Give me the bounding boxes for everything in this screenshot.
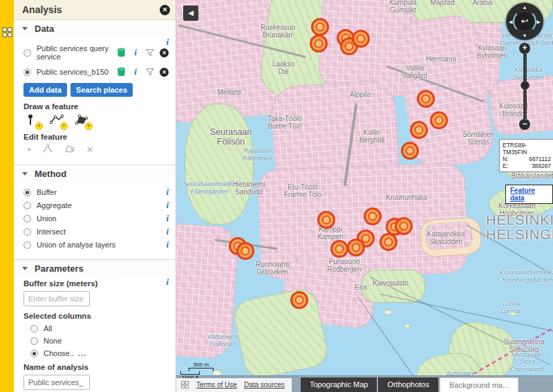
pan-left-icon[interactable]: ◀ [509, 19, 512, 24]
yellow-tool-stripe [0, 0, 14, 392]
analysis-buffer-marker[interactable] [310, 35, 328, 53]
columns-radio[interactable] [30, 350, 38, 357]
analysis-buffer-marker[interactable] [352, 30, 370, 48]
add-badge-icon: + [60, 122, 68, 130]
basemap-tab[interactable]: Orthophotos [378, 377, 438, 392]
columns-option-all: All [30, 324, 169, 333]
filter-icon[interactable] [145, 67, 155, 77]
map-viewport[interactable]: Ruskeasuo BrunakärrKumpula GumtäktMajsta… [176, 0, 553, 392]
layer-info-icon[interactable]: i [131, 48, 140, 57]
layer-row-query-service: Public services query service i ✕ [24, 44, 169, 61]
draw-line-icon[interactable]: + [50, 113, 66, 129]
method-info-icon[interactable]: i [166, 201, 169, 209]
pan-control[interactable]: ▲ ▼ ◀ ▶ ↩ [506, 3, 543, 40]
analysis-buffer-marker[interactable] [401, 142, 419, 160]
analysis-panel: Analysis ✕ Data i Public services query … [14, 0, 176, 392]
method-info-icon[interactable]: i [166, 188, 169, 196]
method-info-icon[interactable]: i [166, 214, 169, 223]
zoom-handle[interactable] [521, 81, 529, 90]
basemap-tab[interactable]: Topographic Map [301, 377, 377, 392]
data-sources-link[interactable]: Data sources [244, 381, 285, 389]
columns-radio[interactable] [30, 337, 38, 345]
park-area [362, 270, 425, 303]
analysis-buffer-marker[interactable] [317, 211, 335, 229]
analysis-buffer-marker[interactable] [236, 242, 254, 260]
selected-columns-label: Selected columns [24, 312, 169, 320]
layer-radio[interactable] [24, 68, 31, 76]
method-radio[interactable] [24, 228, 31, 236]
close-icon[interactable]: ✕ [160, 5, 170, 15]
section-parameters-header[interactable]: Parameters [14, 260, 176, 277]
draw-area-icon[interactable]: + [75, 113, 91, 129]
search-places-button[interactable]: Search places [71, 83, 133, 97]
seurasaari-island [185, 104, 254, 225]
analysis-buffer-marker[interactable] [395, 217, 413, 235]
method-radio[interactable] [24, 202, 31, 209]
layer-radio[interactable] [24, 49, 31, 57]
remove-layer-icon[interactable]: ✕ [160, 48, 169, 57]
panel-header: Analysis ✕ [14, 0, 176, 19]
layer-info-icon[interactable]: i [131, 67, 140, 77]
zoom-in-button[interactable]: + [519, 43, 530, 54]
choose-columns-link[interactable]: ... [78, 349, 86, 357]
add-badge-icon: + [35, 122, 43, 130]
columns-radio[interactable] [30, 325, 38, 333]
method-info-icon[interactable]: i [166, 241, 169, 249]
analysis-buffer-marker[interactable] [379, 233, 397, 251]
analysis-name-input[interactable] [24, 375, 90, 390]
database-icon[interactable] [116, 48, 126, 57]
delete-feature-icon[interactable]: ✕ [86, 144, 94, 155]
layer-row-b150: Public services_b150 i ✕ [24, 67, 169, 77]
reset-view-icon[interactable]: ↩ [516, 12, 534, 30]
islet [404, 324, 411, 328]
buffer-size-input[interactable] [24, 291, 90, 306]
tiles-icon[interactable] [1, 26, 13, 38]
method-option-aggregate: Aggregate i [24, 201, 169, 209]
section-method-header[interactable]: Method [14, 165, 176, 182]
zoom-out-button[interactable]: − [519, 119, 530, 130]
edit-point-icon[interactable]: • [28, 144, 31, 155]
basemap-selector: Topographic MapOrthophotosBackground ma.… [301, 377, 518, 392]
section-parameters: Parameters i Buffer size (meters) Select… [14, 259, 176, 392]
name-of-analysis-label: Name of analysis [24, 363, 169, 371]
remove-layer-icon[interactable]: ✕ [160, 68, 169, 77]
section-data-header[interactable]: Data [14, 20, 176, 37]
parameters-info-icon[interactable]: i [166, 278, 169, 286]
analysis-buffer-marker[interactable] [330, 240, 348, 258]
edit-area-icon[interactable] [64, 144, 75, 155]
edit-line-icon[interactable] [42, 144, 53, 155]
pan-right-icon[interactable]: ▶ [537, 19, 541, 24]
chevron-down-icon [22, 172, 28, 176]
katajanokka-core [424, 221, 473, 251]
analysis-buffer-marker[interactable] [417, 90, 435, 108]
method-info-icon[interactable]: i [166, 227, 169, 236]
analysis-buffer-marker[interactable] [364, 207, 382, 225]
section-method-title: Method [35, 169, 66, 179]
analysis-buffer-marker[interactable] [410, 121, 428, 139]
analysis-buffer-marker[interactable] [347, 239, 365, 256]
data-info-icon[interactable]: i [166, 38, 169, 46]
analysis-buffer-marker[interactable] [430, 111, 448, 129]
section-data: Data i Public services query service i [14, 19, 176, 165]
filter-icon[interactable] [145, 48, 155, 57]
basemap-tab[interactable]: Background ma... [440, 377, 518, 392]
analysis-buffer-marker[interactable] [311, 18, 329, 36]
pan-down-icon[interactable]: ▼ [523, 33, 527, 38]
method-radio[interactable] [24, 189, 31, 196]
section-method: Method Buffer i Aggregate i Union i [14, 165, 176, 259]
method-radio[interactable] [24, 241, 31, 249]
section-parameters-title: Parameters [35, 263, 84, 274]
zoom-slider: + − [518, 43, 531, 130]
islet [384, 310, 392, 315]
chevron-down-icon [22, 27, 28, 30]
add-data-button[interactable]: Add data [24, 83, 67, 97]
database-icon[interactable] [116, 67, 126, 77]
feature-data-button[interactable]: Feature data [505, 185, 553, 204]
pan-up-icon[interactable]: ▲ [523, 5, 527, 10]
tiles-icon[interactable] [180, 380, 189, 389]
method-radio[interactable] [24, 215, 31, 223]
draw-point-icon[interactable]: + [25, 113, 41, 129]
terms-of-use-link[interactable]: Terms of Use [196, 381, 237, 389]
analysis-buffer-marker[interactable] [290, 291, 308, 309]
panel-collapse-button[interactable]: ◀ [183, 6, 198, 21]
